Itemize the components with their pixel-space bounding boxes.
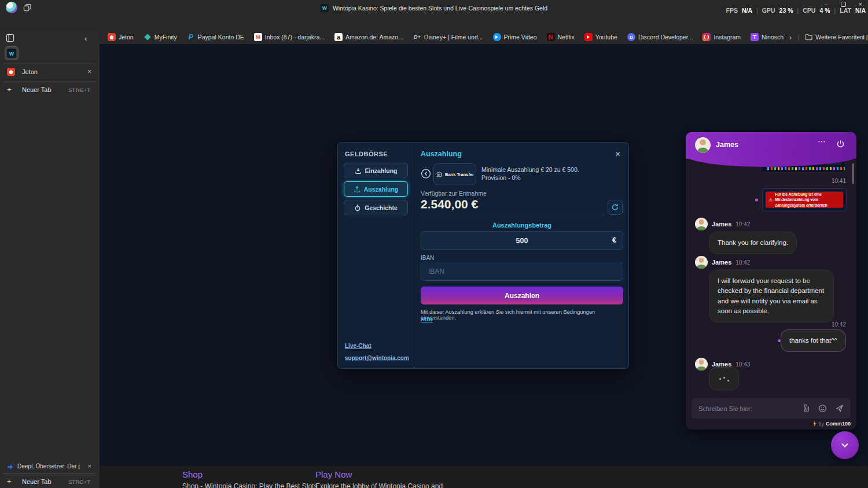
result-link-play-now[interactable]: Play Now: [315, 469, 352, 479]
chat-power-icon[interactable]: [836, 140, 845, 148]
restore-button[interactable]: [841, 2, 846, 7]
prime-video-favicon: [493, 33, 501, 41]
separator: |: [834, 7, 836, 14]
iban-field: [421, 262, 623, 281]
wallet-nav-einzahlung[interactable]: Einzahlung: [344, 163, 408, 178]
bookmark-label: MyFinity: [155, 34, 177, 41]
message-header: James 10:42: [695, 218, 750, 230]
agent-avatar: [695, 358, 708, 370]
send-icon[interactable]: [835, 404, 844, 413]
screenshot-message-alert[interactable]: ⚠ Für die Abhebung ist eine Mindesteinza…: [762, 188, 847, 211]
support-email-link[interactable]: support@wintopia.com: [345, 355, 409, 361]
myfinity-favicon: [144, 33, 152, 41]
warning-icon: ⚠: [768, 197, 773, 203]
wallet-nav-auszahlung[interactable]: Auszahlung: [344, 181, 408, 197]
gmail-favicon: M: [254, 33, 262, 41]
bookmark-myfinity[interactable]: MyFinity: [144, 33, 177, 41]
separator: |: [797, 7, 799, 14]
bookmark-discord[interactable]: DDiscord Developer...: [627, 33, 693, 41]
background-tab-deepl[interactable]: DeepL Übersetzer: Der präzi... ×: [0, 463, 100, 472]
youtube-favicon: [584, 33, 593, 41]
back-method-icon[interactable]: [421, 168, 431, 179]
emoji-icon[interactable]: [818, 404, 827, 413]
plus-icon: +: [7, 477, 12, 486]
available-label: Verfügbar zur Entnahme: [421, 190, 487, 197]
close-tab-icon[interactable]: ×: [88, 463, 91, 469]
bookmark-paypal[interactable]: PPaypal Konto DE: [187, 33, 244, 41]
message-sender: James: [712, 221, 731, 228]
tab-actions-icon[interactable]: [6, 34, 14, 42]
result-snippet: Shop - Wintopia Casino: Play the Best Sl…: [182, 482, 317, 488]
iban-input[interactable]: [421, 262, 623, 280]
gpu-label: GPU: [762, 7, 775, 14]
amazon-favicon: a: [334, 33, 343, 41]
chevron-down-icon: [840, 441, 849, 450]
divider: [3, 64, 96, 64]
workspaces-icon[interactable]: [23, 3, 32, 12]
bookmark-inbox[interactable]: MInbox (87) - darjakra...: [254, 33, 325, 41]
separator: |: [797, 33, 799, 41]
bookmark-prime-video[interactable]: Prime Video: [493, 33, 537, 41]
auszahlen-button[interactable]: Auszahlen: [421, 287, 623, 304]
browser-logo[interactable]: [6, 2, 17, 13]
refresh-balance-button[interactable]: [608, 200, 623, 215]
new-tab-button[interactable]: + Neuer Tab STRG+T: [0, 85, 100, 96]
bookmark-jeton[interactable]: Jeton: [108, 33, 134, 41]
jeton-favicon: [7, 68, 15, 76]
typing-indicator: [709, 367, 739, 390]
wallet-nav-geschichte[interactable]: Geschichte: [344, 200, 408, 215]
bookmark-disney[interactable]: D+Disney+ | Filme und...: [413, 33, 483, 41]
minimize-chat-button[interactable]: [831, 431, 859, 459]
close-modal-icon[interactable]: ×: [615, 149, 620, 159]
tab-jeton[interactable]: Jeton ×: [0, 66, 100, 79]
attachment-icon[interactable]: [803, 404, 810, 413]
window-title: Wintopia Kasino: Spiele die besten Slots…: [333, 5, 547, 12]
bookmark-label: Discord Developer...: [638, 34, 693, 41]
agb-link[interactable]: AGB: [421, 317, 433, 322]
alert-box: ⚠ Für die Abhebung ist eine Mindesteinza…: [766, 192, 843, 208]
close-tab-icon[interactable]: ×: [87, 68, 91, 76]
divider: [3, 82, 96, 82]
bank-icon: [436, 171, 443, 178]
bank-transfer-method-button[interactable]: Bank Transfer: [433, 163, 476, 185]
chat-scrollbar[interactable]: [852, 163, 854, 184]
bookmark-label: Amazon.de: Amazo...: [345, 34, 403, 41]
alert-text: Für die Abhebung ist eine Mindesteinzahl…: [775, 192, 840, 208]
nav-label: Auszahlung: [364, 186, 399, 193]
lat-label: LAT: [840, 7, 851, 14]
deepl-favicon: [8, 464, 13, 469]
wintopia-favicon: w: [7, 49, 16, 58]
limit-line: Minimale Auszahlung € 20 zu € 500.: [481, 166, 579, 174]
result-link-shop[interactable]: Shop: [182, 469, 203, 479]
history-icon: [354, 204, 361, 211]
agent-avatar: [695, 256, 708, 269]
chat-menu-icon[interactable]: ⋯: [818, 137, 826, 146]
active-tab-thumbnail[interactable]: w: [5, 46, 19, 60]
paypal-favicon: P: [187, 33, 195, 41]
bookmark-youtube[interactable]: Youtube: [584, 33, 617, 41]
message-time: 10:43: [735, 361, 750, 368]
performance-overlay: FPS N/A | GPU 23 % | CPU 4 % | LAT N/A: [726, 7, 866, 14]
window-title-area: w Wintopia Kasino: Spiele die besten Slo…: [321, 0, 547, 16]
bookmarks-overflow-icon[interactable]: ›: [789, 33, 792, 42]
background-new-tab-button[interactable]: + Neuer Tab STRG+T: [0, 477, 100, 487]
discord-favicon: D: [627, 33, 635, 41]
chat-branding[interactable]: by Comm100: [812, 421, 851, 427]
commission-line: Provision - 0%: [481, 174, 579, 182]
more-favorites-button[interactable]: Weitere Favoriten: [805, 34, 863, 41]
chat-message-input[interactable]: [698, 405, 795, 412]
refresh-icon: [611, 203, 619, 211]
iban-label: IBAN: [421, 255, 434, 261]
live-chat-widget: James ⋯ 10:41 ⚠ Für die Abhebung ist ein…: [686, 132, 856, 430]
collapse-sidebar-icon[interactable]: ‹: [84, 34, 87, 43]
separator: |: [756, 7, 758, 14]
bookmark-instagram[interactable]: Instagram: [703, 33, 741, 41]
amount-input[interactable]: [421, 232, 623, 249]
vertical-tabs-sidebar: ‹ w Jeton × + Neuer Tab STRG+T DeepL Übe…: [0, 30, 100, 488]
live-chat-link[interactable]: Live-Chat: [345, 343, 372, 349]
bookmark-netflix[interactable]: NNetflix: [547, 33, 575, 41]
bookmark-label: Disney+ | Filme und...: [424, 34, 483, 41]
screen: w Wintopia Kasino: Spiele die besten Slo…: [0, 0, 868, 488]
wallet-modal: GELDBÖRSE Einzahlung Auszahlung Geschich…: [337, 142, 629, 369]
bookmark-amazon[interactable]: aAmazon.de: Amazo...: [334, 33, 403, 41]
